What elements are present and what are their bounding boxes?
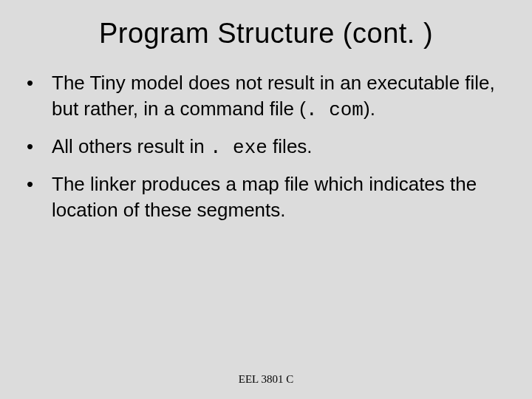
bullet-list: The Tiny model does not result in an exe… — [22, 70, 510, 223]
bullet-item: The Tiny model does not result in an exe… — [22, 70, 510, 123]
slide-footer: EEL 3801 C — [0, 373, 532, 386]
bullet-mono: . exe — [210, 137, 267, 159]
bullet-text: ). — [364, 98, 375, 120]
bullet-item: The linker produces a map file which ind… — [22, 171, 510, 223]
bullet-text: The Tiny model does not result in an exe… — [52, 72, 495, 120]
slide: Program Structure (cont. ) The Tiny mode… — [0, 0, 532, 399]
slide-title: Program Structure (cont. ) — [22, 18, 510, 50]
bullet-text: The linker produces a map file which ind… — [52, 173, 477, 221]
bullet-item: All others result in . exe files. — [22, 134, 510, 161]
bullet-text: files. — [267, 135, 313, 157]
bullet-text: All others result in — [52, 135, 210, 157]
bullet-mono: . com — [306, 99, 364, 121]
